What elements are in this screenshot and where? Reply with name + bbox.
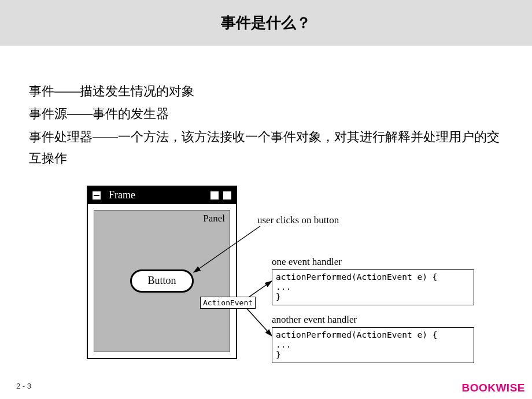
slide-title: 事件是什么？	[0, 13, 532, 33]
code-line: ...	[276, 340, 470, 350]
code-line: actionPerformed(ActionEvent e) {	[276, 272, 470, 282]
code-box-handler2: actionPerformed(ActionEvent e) { ... }	[272, 327, 474, 363]
code-line: }	[276, 292, 470, 302]
frame-label: Frame	[109, 189, 208, 201]
window-maximize-icon	[222, 190, 232, 201]
button-label: Button	[147, 275, 176, 287]
window-menu-icon	[91, 190, 102, 201]
event-diagram: Frame Panel Button ActionEvent	[87, 186, 503, 371]
brand-logo: BOOKWISE	[461, 382, 525, 394]
title-bar: 事件是什么？	[0, 0, 532, 46]
code-line: actionPerformed(ActionEvent e) {	[276, 330, 470, 340]
panel: Panel Button	[94, 210, 230, 352]
bullet-handler-def: 事件处理器——一个方法，该方法接收一个事件对象，对其进行解释并处理用户的交互操作	[29, 126, 503, 169]
code-line: ...	[276, 282, 470, 292]
page-number: 2 - 3	[16, 382, 31, 390]
code-box-handler1: actionPerformed(ActionEvent e) { ... }	[272, 269, 474, 305]
frame-titlebar: Frame	[88, 187, 236, 204]
content-area: 事件——描述发生情况的对象 事件源——事件的发生器 事件处理器——一个方法，该方…	[0, 46, 532, 371]
user-clicks-label: user clicks on button	[257, 215, 339, 226]
handler2-label: another event handler	[272, 314, 357, 326]
action-event-label-box: ActionEvent	[200, 297, 256, 309]
panel-label: Panel	[203, 213, 225, 224]
handler1-label: one event handler	[272, 256, 342, 268]
frame-window: Frame Panel Button	[87, 186, 237, 359]
bullet-source-def: 事件源——事件的发生器	[29, 103, 503, 124]
window-minimize-icon	[209, 190, 220, 201]
action-event-label: ActionEvent	[203, 298, 253, 307]
code-line: }	[276, 350, 470, 360]
bullet-event-def: 事件——描述发生情况的对象	[29, 80, 503, 102]
demo-button: Button	[130, 269, 194, 293]
svg-line-2	[243, 304, 272, 336]
